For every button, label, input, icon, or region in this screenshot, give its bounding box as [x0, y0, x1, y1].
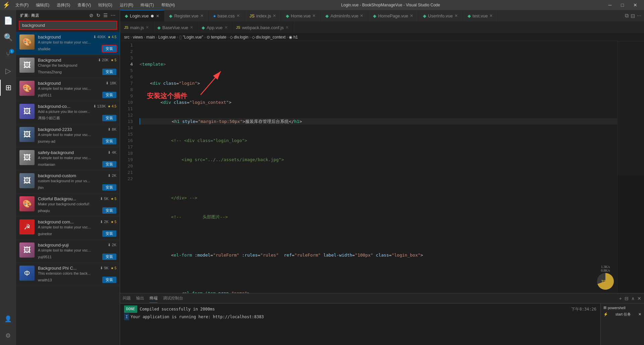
activity-remote[interactable]: 👤: [0, 311, 16, 327]
tab-userinfo[interactable]: ◆ UserInfo.vue ✕: [418, 10, 463, 22]
ext-install-btn-3[interactable]: 安装: [102, 92, 116, 98]
tab-close-basevue[interactable]: ✕: [190, 25, 193, 30]
activity-debug[interactable]: ▷: [0, 63, 16, 79]
breadcrumb-h1[interactable]: ◉ h1: [289, 35, 298, 40]
ext-item-colorful-background[interactable]: 🎨 Colorful Backgrou... ⬇ 5K ★ 5 Make you…: [16, 194, 120, 217]
ext-item-background-1[interactable]: 🎨 background ⬇ 406K ★ 4.5 A simple tool …: [16, 32, 120, 55]
breadcrumb-loginvue-file[interactable]: Login.vue: [158, 35, 176, 40]
ext-install-btn-8[interactable]: 安装: [102, 207, 116, 214]
tab-login[interactable]: ◆ Login.vue ✕: [120, 10, 164, 22]
terminal-tab-problems[interactable]: 问题: [123, 294, 131, 302]
ext-item-background-2[interactable]: 🖼 Background ⬇ 20K ★ 5 Change the backgr…: [16, 55, 120, 78]
tab-close-appvue[interactable]: ✕: [224, 25, 228, 30]
ext-install-btn-5[interactable]: 安装: [102, 138, 116, 144]
activity-extensions[interactable]: ⊞: [0, 80, 16, 96]
tab-close-main-js[interactable]: ✕: [146, 25, 149, 30]
ext-item-background-co[interactable]: 🖼 background-co... ⬇ 133K ★ 4.5 Add a pi…: [16, 101, 120, 124]
breadcrumb-src[interactable]: src: [124, 35, 129, 40]
tab-close-homepage[interactable]: ✕: [410, 13, 413, 18]
menu-view[interactable]: 查看(V): [75, 2, 93, 9]
tab-close-test[interactable]: ✕: [489, 13, 493, 18]
breadcrumb-main[interactable]: main: [146, 35, 155, 40]
terminal-split-icon[interactable]: ⊟: [625, 296, 629, 301]
ext-install-btn-7[interactable]: 安装: [102, 184, 116, 191]
menu-edit[interactable]: 编辑(E): [34, 2, 51, 9]
terminal-add-icon[interactable]: +: [619, 296, 622, 301]
tab-index-js[interactable]: JS index.js ✕: [245, 10, 281, 22]
ext-item-safety-background[interactable]: 🖼 safety-background ⬇ 4K A simple tool t…: [16, 147, 120, 170]
ext-install-btn-11[interactable]: 安装: [102, 277, 116, 283]
ext-item-background-2233[interactable]: 🖼 background-2233 ⬇ 8K A simple tool to …: [16, 124, 120, 147]
terminal-tab-output[interactable]: 输出: [136, 294, 144, 302]
menu-goto[interactable]: 转到(G): [96, 2, 114, 9]
ext-install-btn-6[interactable]: 安装: [102, 161, 116, 167]
menu-run[interactable]: 运行(R): [118, 2, 136, 9]
ext-install-btn-1[interactable]: 安装: [102, 46, 116, 52]
tab-home-vue[interactable]: ◆ Home.vue ✕: [281, 10, 321, 22]
tab-basevue[interactable]: ◆ BaseVue.vue ✕: [153, 22, 198, 33]
ext-install-btn-4[interactable]: 安装: [102, 115, 116, 121]
tab-close-base-css[interactable]: ✕: [236, 13, 240, 18]
ext-install-btn-9[interactable]: 安装: [102, 230, 116, 237]
tab-test[interactable]: ◆ test.vue ✕: [463, 10, 498, 22]
menu-help[interactable]: 帮助(H): [159, 2, 177, 9]
terminal-maximize-icon[interactable]: ∧: [631, 296, 635, 301]
menu-terminal[interactable]: 终端(T): [139, 2, 156, 9]
ext-item-background-3[interactable]: 🎨 background ⬇ 18K A simple tool to make…: [16, 78, 120, 101]
more-icon[interactable]: ···: [111, 13, 116, 18]
ext-install-btn-2[interactable]: 安装: [102, 69, 116, 75]
breadcrumb-div-login[interactable]: ◇ div.login: [230, 35, 248, 40]
breadcrumb-views[interactable]: views: [133, 35, 143, 40]
split-editor-icon[interactable]: ⧉: [625, 13, 629, 19]
task-close-icon[interactable]: ✕: [638, 312, 641, 317]
breadcrumb-div-login-context[interactable]: ◇ div.login_context: [252, 35, 286, 40]
activity-git[interactable]: ⑂ 1: [0, 46, 16, 62]
activity-explorer[interactable]: 📄: [0, 13, 16, 29]
tab-webpack[interactable]: JS webpack.base.conf.js ✕: [232, 22, 293, 33]
search-input[interactable]: [19, 21, 117, 30]
activity-search[interactable]: 🔍: [0, 29, 16, 46]
tab-close-index-js[interactable]: ✕: [273, 13, 276, 18]
terminal-close-icon[interactable]: ✕: [637, 296, 641, 301]
tab-close-webpack[interactable]: ✕: [285, 25, 289, 30]
line-num-10: 10: [120, 99, 133, 106]
menu-select[interactable]: 选择(S): [55, 2, 72, 9]
tab-appvue[interactable]: ◆ App.vue ✕: [198, 22, 232, 33]
tab-admininfo[interactable]: ◆ AdminInfo.vue ✕: [321, 10, 368, 22]
ext-item-background-yuji[interactable]: 🖼 background-yuji ⬇ 2K A simple tool to …: [16, 240, 120, 263]
terminal-start-task[interactable]: ⚡ start 任务 ✕: [602, 311, 643, 318]
ext-avatar-4: 🖼: [19, 104, 35, 119]
terminal-content[interactable]: DONE Compiled successfully in 2000ms 下午8…: [120, 303, 600, 345]
close-button[interactable]: ✕: [629, 2, 641, 8]
tab-main-js[interactable]: JS main.js ✕: [120, 22, 153, 33]
refresh-icon[interactable]: ↻: [96, 13, 101, 18]
tab-close-admininfo[interactable]: ✕: [360, 13, 363, 18]
maximize-button[interactable]: □: [617, 2, 628, 8]
tab-close-register[interactable]: ✕: [200, 13, 204, 18]
ext-item-background-com[interactable]: ☭ background com... ⬇ 2K ★ 5 A simple to…: [16, 217, 120, 240]
ext-downloads-3: ⬇ 18K: [106, 81, 116, 85]
tab-homepage[interactable]: ◆ HomePage.vue ✕: [368, 10, 418, 22]
activity-settings[interactable]: ⚙: [0, 328, 16, 344]
tab-register[interactable]: ◆ Register.vue ✕: [164, 10, 208, 22]
layout-icon[interactable]: ⊟: [631, 13, 635, 19]
breadcrumb-loginvue-symbol[interactable]: "Login.vue": [183, 35, 203, 40]
tab-close-home-vue[interactable]: ✕: [312, 13, 316, 18]
tab-base-css[interactable]: ● base.css ✕: [209, 10, 245, 22]
filter-icon[interactable]: ⊘: [89, 13, 94, 18]
speed-percent: 70%: [601, 279, 610, 284]
ext-item-background-phi[interactable]: Φ Background Phi C... ⬇ 9K ★ 5 This exte…: [16, 263, 120, 286]
terminal-tab-debug[interactable]: 调试控制台: [163, 294, 183, 302]
minimize-button[interactable]: ─: [604, 2, 616, 8]
more-tabs-icon[interactable]: ···: [637, 13, 641, 19]
list-icon[interactable]: ☰: [103, 13, 108, 18]
tab-close-userinfo[interactable]: ✕: [454, 13, 458, 18]
terminal-powershell[interactable]: ⊞ powershell: [602, 305, 643, 310]
menu-file[interactable]: 文件(F): [13, 2, 31, 9]
code-content[interactable]: <template> <div class="login"> <div clas…: [138, 41, 617, 293]
ext-item-background-custom[interactable]: 🖼 background-custom ⬇ 2K custom backgrou…: [16, 170, 120, 194]
breadcrumb-template[interactable]: ⊙ template: [207, 35, 226, 40]
terminal-tab-terminal[interactable]: 终端: [150, 294, 158, 303]
tab-close-login[interactable]: ✕: [156, 14, 159, 18]
ext-install-btn-10[interactable]: 安装: [102, 254, 116, 260]
